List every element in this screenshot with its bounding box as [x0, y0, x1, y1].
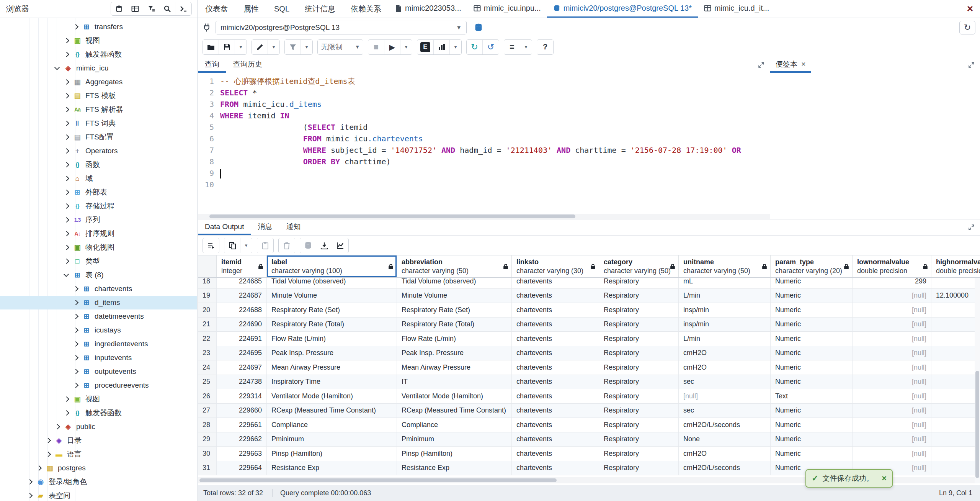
chevron-right-icon[interactable] — [26, 479, 33, 485]
table-cell[interactable]: Numeric — [771, 447, 853, 461]
chevron-right-icon[interactable] — [72, 313, 78, 319]
macros-menu-button[interactable]: ▾ — [520, 40, 532, 54]
tree-item-表 (8)[interactable]: ⊞表 (8) — [0, 268, 197, 282]
row-number-cell[interactable]: 28 — [198, 418, 217, 432]
row-number-cell[interactable]: 23 — [198, 346, 217, 360]
table-cell[interactable]: sec — [679, 375, 771, 389]
add-row-button[interactable] — [203, 238, 219, 253]
tree-item-d_items[interactable]: ⊞d_items — [0, 296, 197, 309]
filter-menu-button[interactable]: ▾ — [301, 40, 312, 54]
table-cell[interactable]: Respiratory — [599, 318, 679, 332]
table-cell[interactable]: sec — [679, 404, 771, 418]
chevron-right-icon[interactable] — [72, 355, 78, 361]
tree-item-序列[interactable]: 1.3序列 — [0, 213, 197, 227]
table-cell[interactable]: Ventilator Mode (Hamilton) — [397, 389, 512, 403]
table-cell[interactable]: Resistance Exp — [267, 461, 397, 475]
chevron-right-icon[interactable] — [63, 79, 69, 85]
table-cell[interactable] — [931, 360, 980, 375]
row-number-cell[interactable]: 27 — [198, 404, 217, 418]
table-cell[interactable]: 12.100000 — [931, 289, 980, 303]
table-cell[interactable]: Respiratory — [599, 447, 679, 461]
table-cell[interactable]: Respiratory — [599, 346, 679, 360]
table-cell[interactable]: Numeric — [771, 289, 853, 303]
table-cell[interactable]: Numeric — [771, 278, 853, 288]
panel-tab-统计信息[interactable]: 统计信息 — [297, 0, 343, 18]
table-cell[interactable]: Respiratory Rate (Set) — [397, 303, 512, 317]
table-cell[interactable]: cmH2O — [679, 360, 771, 375]
sql-line[interactable]: 7 WHERE subject_id = '14071752' AND hadm… — [198, 144, 770, 156]
table-cell[interactable]: Peak Insp. Pressure — [267, 346, 397, 360]
table-cell[interactable] — [931, 332, 980, 346]
macros-button[interactable]: ≡ — [504, 40, 520, 54]
sql-line[interactable]: 2SELECT * — [198, 87, 770, 98]
chevron-right-icon[interactable] — [63, 148, 69, 154]
table-cell[interactable]: Minute Volume — [397, 289, 512, 303]
chevron-right-icon[interactable] — [26, 493, 33, 499]
tree-item-触发器函数[interactable]: {}触发器函数 — [0, 47, 197, 61]
chevron-down-icon[interactable] — [63, 272, 69, 278]
table-cell[interactable]: Numeric — [771, 360, 853, 375]
new-connection-button[interactable] — [470, 21, 487, 34]
table-cell[interactable]: Tidal Volume (observed) — [397, 278, 512, 288]
panel-tab-属性[interactable]: 属性 — [236, 0, 266, 18]
table-cell[interactable]: [null] — [853, 360, 931, 375]
tree-item-ingredientevents[interactable]: ⊞ingredientevents — [0, 337, 197, 351]
table-cell[interactable]: Mean Airway Pressure — [267, 360, 397, 375]
table-cell[interactable]: Peak Insp. Pressure — [397, 346, 512, 360]
tree-item-mimic_icu[interactable]: ◈mimic_icu — [0, 61, 197, 75]
sql-line[interactable]: 1-- 心脏骤停根据itemid查d_items表 — [198, 75, 770, 87]
download-button[interactable] — [316, 238, 332, 253]
tree-item-Operators[interactable]: +Operators — [0, 144, 197, 158]
table-cell[interactable]: chartevents — [512, 318, 599, 332]
chevron-right-icon[interactable] — [63, 93, 69, 99]
table-cell[interactable]: Numeric — [771, 375, 853, 389]
tree-item-FTS配置[interactable]: ▤FTS配置 — [0, 130, 197, 144]
table-cell[interactable]: Ventilator Mode (Hamilton) — [267, 389, 397, 403]
table-cell[interactable]: [null] — [853, 447, 931, 461]
tree-item-目录[interactable]: ◈目录 — [0, 434, 197, 447]
filter-button[interactable] — [285, 40, 301, 54]
chevron-right-icon[interactable] — [45, 451, 51, 457]
document-tab[interactable]: mimiciv20/postgres@PostgreSQL 13* — [547, 0, 698, 18]
table-cell[interactable]: 229314 — [217, 389, 267, 403]
column-header-highnormalvalue[interactable]: highnormalvaluedouble precision — [931, 255, 980, 277]
table-cell[interactable]: cmH2O — [679, 346, 771, 360]
table-cell[interactable]: chartevents — [512, 332, 599, 346]
tree-item-类型[interactable]: □类型 — [0, 254, 197, 268]
table-cell[interactable]: insp/min — [679, 318, 771, 332]
tree-item-datetimeevents[interactable]: ⊞datetimeevents — [0, 309, 197, 323]
table-cell[interactable] — [931, 461, 980, 475]
chevron-right-icon[interactable] — [63, 203, 69, 209]
table-cell[interactable]: [null] — [853, 346, 931, 360]
edit-menu-button[interactable]: ▾ — [268, 40, 279, 54]
chevron-right-icon[interactable] — [72, 382, 78, 388]
column-header-label[interactable]: labelcharacter varying (100) — [267, 255, 397, 277]
table-cell[interactable]: mL — [679, 278, 771, 288]
tree-item-procedureevents[interactable]: ⊞procedureevents — [0, 378, 197, 392]
tree-item-FTS 词典[interactable]: ‖FTS 词典 — [0, 116, 197, 130]
row-number-header[interactable] — [198, 255, 217, 277]
view-data-button[interactable] — [127, 2, 143, 15]
table-cell[interactable]: Respiratory — [599, 289, 679, 303]
table-cell[interactable]: [null] — [853, 418, 931, 432]
table-cell[interactable]: Mean Airway Pressure — [397, 360, 512, 375]
editor-tab-查询[interactable]: 查询 — [198, 57, 226, 73]
table-cell[interactable]: 229664 — [217, 461, 267, 475]
row-number-cell[interactable]: 18 — [198, 278, 217, 288]
connection-selector[interactable]: mimiciv20/postgres@PostgreSQL 13 ▼ — [216, 21, 467, 34]
explain-menu-button[interactable]: ▾ — [450, 40, 461, 54]
tree-item-Aggregates[interactable]: ▦Aggregates — [0, 75, 197, 89]
column-header-param_type[interactable]: param_typecharacter varying (20) — [771, 255, 853, 277]
table-cell[interactable]: Respiratory — [599, 332, 679, 346]
maximize-icon[interactable] — [968, 62, 975, 68]
table-cell[interactable]: Inspiratory Time — [267, 375, 397, 389]
panel-tab-仪表盘[interactable]: 仪表盘 — [198, 0, 236, 18]
table-cell[interactable]: 229661 — [217, 418, 267, 432]
table-cell[interactable]: Respiratory — [599, 418, 679, 432]
chevron-right-icon[interactable] — [54, 424, 60, 430]
table-cell[interactable]: Numeric — [771, 318, 853, 332]
table-cell[interactable]: IT — [397, 375, 512, 389]
table-cell[interactable]: Respiratory — [599, 461, 679, 475]
tree-item-登录/组角色[interactable]: ◉登录/组角色 — [0, 475, 197, 489]
table-cell[interactable]: Respiratory — [599, 303, 679, 317]
